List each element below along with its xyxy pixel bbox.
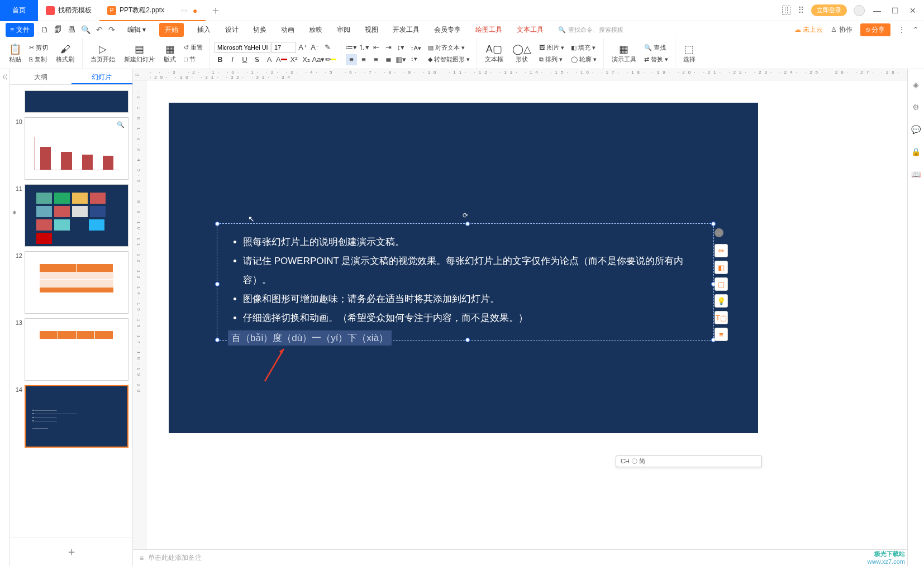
layout-button[interactable]: ▦版式 — [160, 42, 179, 65]
search-box[interactable]: 🔍 查找命令、搜索模板 — [558, 26, 623, 34]
minimize-button[interactable]: — — [871, 6, 883, 15]
strike-button[interactable]: S̶ — [251, 54, 263, 65]
distribute-rows[interactable]: ↕▾ — [408, 54, 423, 64]
horizontal-ruler[interactable]: ▭ · · ·3· ·2· ·1· ·0· ·1· ·2· ·3· ·4· ·5… — [133, 69, 907, 80]
text-direction[interactable]: ↕A▾ — [408, 44, 423, 53]
paste-button[interactable]: 📋粘贴 — [6, 42, 25, 65]
tab-start[interactable]: 开始 — [159, 23, 184, 37]
textbox-button[interactable]: A▢文本框 — [482, 42, 507, 65]
clear-format[interactable]: ✎ — [322, 42, 333, 53]
font-color[interactable]: A — [276, 54, 287, 65]
panel-tab-slides[interactable]: 幻灯片 — [72, 69, 133, 84]
superscript[interactable]: X² — [288, 54, 299, 65]
maximize-button[interactable]: ☐ — [889, 6, 901, 15]
tab-drawtool[interactable]: 绘图工具 — [474, 23, 503, 37]
new-slide[interactable]: ▤新建幻灯片 — [121, 42, 158, 65]
bullet-1[interactable]: 照每张幻灯片上的说明创建演示文稿。 — [243, 233, 698, 252]
outline-button[interactable]: ◯ 轮廓▾ — [569, 54, 599, 65]
align-center[interactable]: ≡ — [358, 54, 369, 65]
share-button[interactable]: ⎋ 分享 — [860, 23, 890, 36]
bullet-list[interactable]: 照每张幻灯片上的说明创建演示文稿。 请记住 POWERPOINT 是演示文稿的视… — [217, 224, 713, 337]
rt-chat-icon[interactable]: 💬 — [911, 125, 921, 134]
picture-button[interactable]: 🖼 图片▾ — [537, 42, 566, 53]
collapse-selection[interactable]: − — [715, 228, 723, 237]
select-button[interactable]: ⬚选择 — [680, 42, 699, 65]
print-icon[interactable]: 🖶 — [68, 25, 75, 34]
layout-icon[interactable]: ⿲ — [782, 6, 791, 16]
avatar[interactable] — [854, 5, 865, 16]
increase-indent[interactable]: ⇥ — [383, 42, 394, 53]
bold-button[interactable]: B — [215, 54, 226, 65]
tab-design[interactable]: 设计 — [224, 23, 240, 37]
copy-button[interactable]: ⎘ 复制 — [27, 54, 50, 65]
shrink-font[interactable]: A⁻ — [309, 42, 321, 53]
handle-tr[interactable] — [711, 222, 716, 226]
thumb-11[interactable] — [25, 184, 128, 247]
numbering-button[interactable]: ⒈▾ — [358, 42, 369, 53]
rt-settings-icon[interactable]: ⚙ — [912, 103, 920, 112]
handle-tc[interactable] — [465, 222, 470, 226]
italic-button[interactable]: I — [227, 54, 238, 65]
align-justify[interactable]: ≣ — [383, 54, 394, 65]
tab-edit[interactable]: 编辑 ▾ — [126, 23, 147, 37]
handle-bc[interactable] — [465, 338, 470, 342]
align-right[interactable]: ≡ — [370, 54, 382, 65]
tab-transition[interactable]: 切换 — [252, 23, 268, 37]
bullet-3[interactable]: 图像和图形可增加趣味；请务必在适当时将其添加到幻灯片。 — [243, 290, 698, 309]
find-button[interactable]: 🔍 查找 — [642, 42, 670, 53]
replace-button[interactable]: ⇄ 替换▾ — [642, 54, 670, 65]
handle-bl[interactable] — [215, 338, 220, 342]
align-left[interactable]: ≡ — [346, 54, 357, 65]
handle-tl[interactable] — [215, 222, 220, 226]
tab-texttool[interactable]: 文本工具 — [516, 23, 545, 37]
thumb-12[interactable] — [25, 251, 128, 314]
panel-tab-outline[interactable]: 大纲 — [10, 69, 72, 84]
collapse-ribbon[interactable]: ⌃ — [913, 26, 918, 33]
redo-icon[interactable]: ↷ — [108, 25, 115, 34]
notes-placeholder[interactable]: 单击此处添加备注 — [148, 553, 202, 563]
change-case[interactable]: Aa▾ — [313, 54, 324, 65]
font-size-select[interactable] — [272, 42, 296, 53]
tab-docer[interactable]: 找稻壳模板 — [38, 0, 99, 21]
rotate-handle[interactable]: ⟳ — [463, 212, 468, 217]
handle-ml[interactable] — [215, 282, 220, 286]
thumbnails[interactable]: 10 🔍 11 ✱ 12 13 14 ● ————— — [10, 85, 132, 537]
thumb-13[interactable] — [25, 318, 128, 381]
saveas-icon[interactable]: 🗐 — [54, 25, 62, 34]
pinyin-text[interactable]: 百（bǎi）度（dù）一（yí）下（xià） — [228, 330, 392, 346]
tool-pen[interactable]: ✏ — [715, 244, 728, 257]
pres-tools[interactable]: ▦演示工具 — [608, 42, 640, 65]
apps-icon[interactable]: ⠿ — [798, 5, 804, 16]
section-button[interactable]: □ 节 — [182, 54, 205, 65]
convert-smartart[interactable]: ◆ 转智能图形▾ — [426, 54, 472, 65]
collab-button[interactable]: ♙ 协作 — [831, 25, 852, 35]
vertical-ruler[interactable]: ·2·1·0·1·2·3·4·5·6·7·8·9·10·11·12·13·14·… — [133, 80, 146, 549]
rt-book-icon[interactable]: 📖 — [911, 170, 921, 179]
shadow-button[interactable]: A — [264, 54, 275, 65]
panel-collapse[interactable]: ⟨⟨ — [0, 69, 10, 566]
thumb-9[interactable] — [25, 90, 128, 113]
bullets-button[interactable]: ≔▾ — [346, 42, 357, 53]
tool-idea[interactable]: 💡 — [715, 294, 728, 308]
rt-lock-icon[interactable]: 🔒 — [911, 147, 921, 156]
notes-bar[interactable]: ≡ 单击此处添加备注 极光下载站 www.xz7.com — [133, 549, 907, 566]
bullet-2[interactable]: 请记住 POWERPOINT 是演示文稿的视觉效果。每张幻灯片上的文字仅作为论点… — [243, 252, 698, 290]
login-button[interactable]: 立即登录 — [811, 4, 847, 16]
font-family-select[interactable] — [215, 42, 270, 53]
columns-button[interactable]: ▥▾ — [395, 54, 406, 65]
thumb-14[interactable]: ● ——————————● ———————————————————● —————… — [25, 385, 128, 448]
tab-vip[interactable]: 会员专享 — [433, 23, 462, 37]
save-icon[interactable]: 🗋 — [41, 25, 49, 34]
fill-button[interactable]: ◧ 填充▾ — [569, 42, 599, 53]
slide-canvas[interactable]: ↖ ⟳ 照每张幻灯片上的说明创建演示文稿。 — [146, 80, 907, 549]
tab-dev[interactable]: 开发工具 — [392, 23, 421, 37]
cloud-sync[interactable]: ☁ 未上云 — [794, 25, 823, 35]
tab-slideshow[interactable]: 放映 — [308, 23, 323, 37]
decrease-indent[interactable]: ⇤ — [370, 42, 382, 53]
tab-close[interactable]: ● — [193, 6, 197, 15]
tool-text[interactable]: T▢ — [715, 311, 728, 324]
slide-14[interactable]: ↖ ⟳ 照每张幻灯片上的说明创建演示文稿。 — [169, 103, 758, 433]
tab-review[interactable]: 审阅 — [336, 23, 351, 37]
tab-insert[interactable]: 插入 — [196, 23, 212, 37]
shape-button[interactable]: ◯△形状 — [509, 42, 535, 65]
